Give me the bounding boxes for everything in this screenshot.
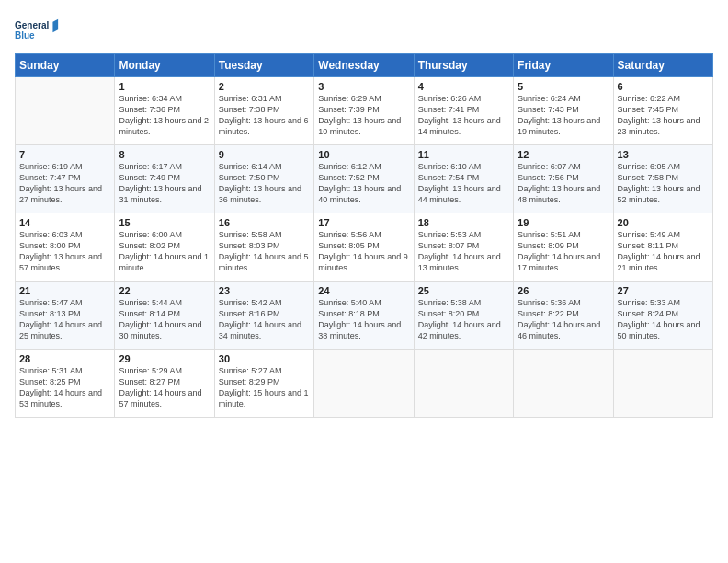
weekday-header-thursday: Thursday <box>414 54 513 77</box>
day-number: 25 <box>418 285 509 296</box>
day-number: 13 <box>618 149 709 160</box>
day-info: Sunrise: 5:29 AMSunset: 8:27 PMDaylight:… <box>119 365 210 410</box>
day-info: Sunrise: 5:49 AMSunset: 8:11 PMDaylight:… <box>618 229 709 274</box>
day-cell: 2Sunrise: 6:31 AMSunset: 7:38 PMDaylight… <box>214 77 313 145</box>
day-number: 7 <box>19 149 110 160</box>
day-number: 19 <box>518 217 609 228</box>
day-number: 26 <box>518 285 609 296</box>
day-number: 15 <box>119 217 210 228</box>
svg-text:General: General <box>15 20 49 30</box>
day-info: Sunrise: 5:51 AMSunset: 8:09 PMDaylight:… <box>518 229 609 274</box>
week-row-4: 21Sunrise: 5:47 AMSunset: 8:13 PMDayligh… <box>16 282 713 350</box>
day-info: Sunrise: 6:31 AMSunset: 7:38 PMDaylight:… <box>219 93 310 138</box>
day-cell: 19Sunrise: 5:51 AMSunset: 8:09 PMDayligh… <box>514 213 613 282</box>
day-cell: 20Sunrise: 5:49 AMSunset: 8:11 PMDayligh… <box>613 213 712 282</box>
day-cell: 30Sunrise: 5:27 AMSunset: 8:29 PMDayligh… <box>214 350 313 418</box>
day-info: Sunrise: 6:26 AMSunset: 7:41 PMDaylight:… <box>418 93 509 138</box>
day-info: Sunrise: 6:12 AMSunset: 7:52 PMDaylight:… <box>318 161 409 206</box>
day-info: Sunrise: 5:36 AMSunset: 8:22 PMDaylight:… <box>518 297 609 342</box>
day-cell: 28Sunrise: 5:31 AMSunset: 8:25 PMDayligh… <box>16 350 115 418</box>
day-cell: 24Sunrise: 5:40 AMSunset: 8:18 PMDayligh… <box>314 282 414 350</box>
day-cell: 7Sunrise: 6:19 AMSunset: 7:47 PMDaylight… <box>16 145 115 213</box>
week-row-5: 28Sunrise: 5:31 AMSunset: 8:25 PMDayligh… <box>16 350 713 418</box>
day-info: Sunrise: 6:00 AMSunset: 8:02 PMDaylight:… <box>119 229 210 274</box>
weekday-header-tuesday: Tuesday <box>214 54 313 77</box>
main-container: General Blue SundayMondayTuesdayWednesda… <box>0 0 728 427</box>
day-info: Sunrise: 5:56 AMSunset: 8:05 PMDaylight:… <box>318 229 409 274</box>
day-cell: 23Sunrise: 5:42 AMSunset: 8:16 PMDayligh… <box>214 282 313 350</box>
header: General Blue <box>15 9 713 48</box>
day-info: Sunrise: 6:34 AMSunset: 7:36 PMDaylight:… <box>119 93 210 138</box>
week-row-1: 1Sunrise: 6:34 AMSunset: 7:36 PMDaylight… <box>16 77 713 145</box>
svg-marker-2 <box>52 19 58 32</box>
day-info: Sunrise: 6:03 AMSunset: 8:00 PMDaylight:… <box>19 229 110 274</box>
day-number: 2 <box>219 81 310 92</box>
day-cell <box>314 350 414 418</box>
day-info: Sunrise: 5:40 AMSunset: 8:18 PMDaylight:… <box>318 297 409 342</box>
day-cell: 16Sunrise: 5:58 AMSunset: 8:03 PMDayligh… <box>214 213 313 282</box>
day-number: 21 <box>19 285 110 296</box>
weekday-header-row: SundayMondayTuesdayWednesdayThursdayFrid… <box>16 54 713 77</box>
day-cell: 27Sunrise: 5:33 AMSunset: 8:24 PMDayligh… <box>613 282 712 350</box>
day-cell: 12Sunrise: 6:07 AMSunset: 7:56 PMDayligh… <box>514 145 613 213</box>
day-number: 4 <box>418 81 509 92</box>
day-info: Sunrise: 6:17 AMSunset: 7:49 PMDaylight:… <box>119 161 210 206</box>
day-info: Sunrise: 6:29 AMSunset: 7:39 PMDaylight:… <box>318 93 409 138</box>
day-number: 8 <box>119 149 210 160</box>
day-number: 27 <box>618 285 709 296</box>
day-info: Sunrise: 5:58 AMSunset: 8:03 PMDaylight:… <box>219 229 310 274</box>
day-number: 29 <box>119 353 210 364</box>
day-info: Sunrise: 5:33 AMSunset: 8:24 PMDaylight:… <box>618 297 709 342</box>
day-cell: 25Sunrise: 5:38 AMSunset: 8:20 PMDayligh… <box>414 282 513 350</box>
day-cell: 6Sunrise: 6:22 AMSunset: 7:45 PMDaylight… <box>613 77 712 145</box>
day-cell: 18Sunrise: 5:53 AMSunset: 8:07 PMDayligh… <box>414 213 513 282</box>
day-info: Sunrise: 6:14 AMSunset: 7:50 PMDaylight:… <box>219 161 310 206</box>
day-number: 16 <box>219 217 310 228</box>
day-cell: 21Sunrise: 5:47 AMSunset: 8:13 PMDayligh… <box>16 282 115 350</box>
weekday-header-saturday: Saturday <box>613 54 712 77</box>
weekday-header-sunday: Sunday <box>16 54 115 77</box>
day-cell: 22Sunrise: 5:44 AMSunset: 8:14 PMDayligh… <box>115 282 214 350</box>
logo: General Blue <box>15 13 61 48</box>
day-cell: 29Sunrise: 5:29 AMSunset: 8:27 PMDayligh… <box>115 350 214 418</box>
day-info: Sunrise: 5:27 AMSunset: 8:29 PMDaylight:… <box>219 365 310 410</box>
day-info: Sunrise: 6:10 AMSunset: 7:54 PMDaylight:… <box>418 161 509 206</box>
day-cell <box>414 350 513 418</box>
week-row-3: 14Sunrise: 6:03 AMSunset: 8:00 PMDayligh… <box>16 213 713 282</box>
day-number: 11 <box>418 149 509 160</box>
day-info: Sunrise: 6:19 AMSunset: 7:47 PMDaylight:… <box>19 161 110 206</box>
day-number: 3 <box>318 81 409 92</box>
day-cell: 4Sunrise: 6:26 AMSunset: 7:41 PMDaylight… <box>414 77 513 145</box>
weekday-header-friday: Friday <box>514 54 613 77</box>
day-number: 6 <box>618 81 709 92</box>
svg-text:Blue: Blue <box>15 30 35 40</box>
week-row-2: 7Sunrise: 6:19 AMSunset: 7:47 PMDaylight… <box>16 145 713 213</box>
day-info: Sunrise: 5:53 AMSunset: 8:07 PMDaylight:… <box>418 229 509 274</box>
day-number: 28 <box>19 353 110 364</box>
day-cell: 9Sunrise: 6:14 AMSunset: 7:50 PMDaylight… <box>214 145 313 213</box>
day-cell: 13Sunrise: 6:05 AMSunset: 7:58 PMDayligh… <box>613 145 712 213</box>
day-number: 20 <box>618 217 709 228</box>
day-number: 12 <box>518 149 609 160</box>
day-cell: 5Sunrise: 6:24 AMSunset: 7:43 PMDaylight… <box>514 77 613 145</box>
day-cell <box>613 350 712 418</box>
day-info: Sunrise: 5:47 AMSunset: 8:13 PMDaylight:… <box>19 297 110 342</box>
day-info: Sunrise: 5:38 AMSunset: 8:20 PMDaylight:… <box>418 297 509 342</box>
day-info: Sunrise: 6:24 AMSunset: 7:43 PMDaylight:… <box>518 93 609 138</box>
day-number: 9 <box>219 149 310 160</box>
day-cell: 11Sunrise: 6:10 AMSunset: 7:54 PMDayligh… <box>414 145 513 213</box>
day-info: Sunrise: 5:44 AMSunset: 8:14 PMDaylight:… <box>119 297 210 342</box>
day-number: 10 <box>318 149 409 160</box>
day-number: 30 <box>219 353 310 364</box>
day-cell: 1Sunrise: 6:34 AMSunset: 7:36 PMDaylight… <box>115 77 214 145</box>
day-number: 23 <box>219 285 310 296</box>
day-number: 24 <box>318 285 409 296</box>
day-number: 22 <box>119 285 210 296</box>
weekday-header-wednesday: Wednesday <box>314 54 414 77</box>
day-number: 18 <box>418 217 509 228</box>
day-info: Sunrise: 6:07 AMSunset: 7:56 PMDaylight:… <box>518 161 609 206</box>
day-cell <box>16 77 115 145</box>
calendar-table: SundayMondayTuesdayWednesdayThursdayFrid… <box>15 53 713 418</box>
day-number: 14 <box>19 217 110 228</box>
day-info: Sunrise: 6:22 AMSunset: 7:45 PMDaylight:… <box>618 93 709 138</box>
